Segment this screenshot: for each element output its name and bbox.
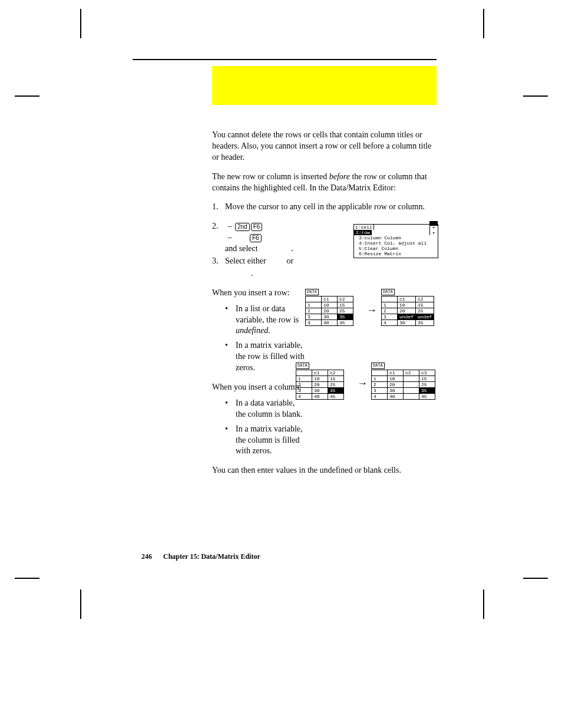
period: . [292, 244, 294, 253]
menu-item: 3:column Column [354, 235, 438, 241]
chapter-title: Chapter 15: Data/Matrix Editor [163, 552, 260, 561]
data-label: DATA [371, 363, 385, 369]
menu-item: 6:Resize Matrix [354, 251, 438, 256]
and-select: and select [225, 244, 258, 253]
data-screenshot-before-col: DATA c1c2 11015 22025 33035 44045 [296, 363, 344, 400]
arrow-icon: → [357, 377, 368, 390]
data-table: c1c2c3 11015 22025 33035 44045 [371, 370, 435, 400]
dash: – [225, 232, 234, 243]
menu-item-selected: 2:row [354, 230, 372, 235]
bullet-icon: • [225, 304, 236, 337]
bullet-text: In a list or data variable, the row is u… [236, 304, 313, 337]
data-screenshot-after-col: DATA c1c2c3 11015 22025 33035 44045 [371, 363, 435, 400]
row-b1-a: In a list or data variable, the row is [236, 304, 299, 324]
key-f6: F6 [250, 234, 262, 242]
row-b1-em: undefined [236, 326, 268, 335]
data-label: DATA [296, 363, 309, 369]
closing: You can then enter values in the undefin… [212, 465, 437, 476]
calc-menu-illustration: 1:cell ▸ 2:row ▸ 3:column Column 4:Inser… [353, 224, 438, 258]
data-screenshot-after-row: DATA c1c2 11015 22025 3undefundef 43035 [381, 289, 434, 326]
step-1: 1. Move the cursor to any cell in the ap… [212, 202, 437, 213]
menu-item: 5:Clear Column [354, 246, 438, 251]
crop-mark [483, 589, 484, 619]
data-label: DATA [381, 289, 395, 295]
menu-item: 4:Insert Col, adjust all [354, 241, 438, 246]
horizontal-rule [133, 59, 437, 60]
crop-mark [15, 95, 39, 97]
insert-intro-a: The new row or column is inserted [212, 172, 329, 181]
bullet-col-blank: • In a data variable, the column is blan… [225, 398, 305, 420]
crop-mark [523, 578, 548, 579]
step3-end: . [251, 268, 437, 279]
data-table: c1c2 11015 22025 3undefundef 43035 [381, 296, 434, 326]
data-label: DATA [305, 289, 319, 295]
data-table: c1c2 11015 22025 33035 44045 [296, 370, 344, 400]
row-b1-b: . [268, 326, 270, 335]
bullet-icon: • [225, 398, 236, 420]
bullet-row-undef: • In a list or data variable, the row is… [225, 304, 313, 337]
calc-corner-icon [429, 221, 438, 226]
crop-mark [523, 95, 548, 97]
step3-or: or [287, 256, 294, 265]
key-combo: 2ndF6 [234, 221, 263, 232]
crop-mark [483, 9, 484, 38]
menu-item: 1:cell [354, 225, 374, 230]
step-number: 3. [212, 256, 225, 267]
data-screenshot-before-row: DATA c1c2 11015 22025 33035 44045 [305, 289, 353, 326]
insert-intro-em: before [329, 172, 350, 181]
data-table: c1c2 11015 22025 33035 44045 [305, 296, 353, 326]
crop-mark [80, 589, 81, 619]
bullet-text: In a matrix variable, the column is fill… [236, 424, 305, 457]
page-footer: 246 Chapter 15: Data/Matrix Editor [141, 552, 260, 561]
key-2nd: 2nd [235, 223, 250, 231]
step3-period: . [251, 269, 253, 278]
bullet-icon: • [225, 424, 236, 457]
step-number: 2. [212, 221, 225, 255]
insert-intro: The new row or column is inserted before… [212, 172, 437, 194]
bullet-icon: • [225, 340, 236, 374]
step-text: Move the cursor to any cell in the appli… [225, 202, 437, 213]
menu-scroll-icon: ▸ [429, 230, 438, 235]
intro-note: You cannot delete the rows or cells that… [212, 130, 437, 163]
note-banner [212, 66, 437, 105]
key-single: F6 [234, 232, 262, 243]
bullet-col-zeros: • In a matrix variable, the column is fi… [225, 424, 305, 457]
dash: – [225, 221, 234, 232]
bullet-text: In a data variable, the column is blank. [236, 398, 305, 420]
step3-lead: Select either [225, 256, 266, 265]
step-number: 1. [212, 202, 225, 213]
page-number: 246 [141, 552, 152, 561]
crop-mark [80, 9, 81, 38]
key-f6: F6 [251, 223, 263, 231]
arrow-icon: → [366, 304, 377, 317]
crop-mark [15, 578, 39, 579]
